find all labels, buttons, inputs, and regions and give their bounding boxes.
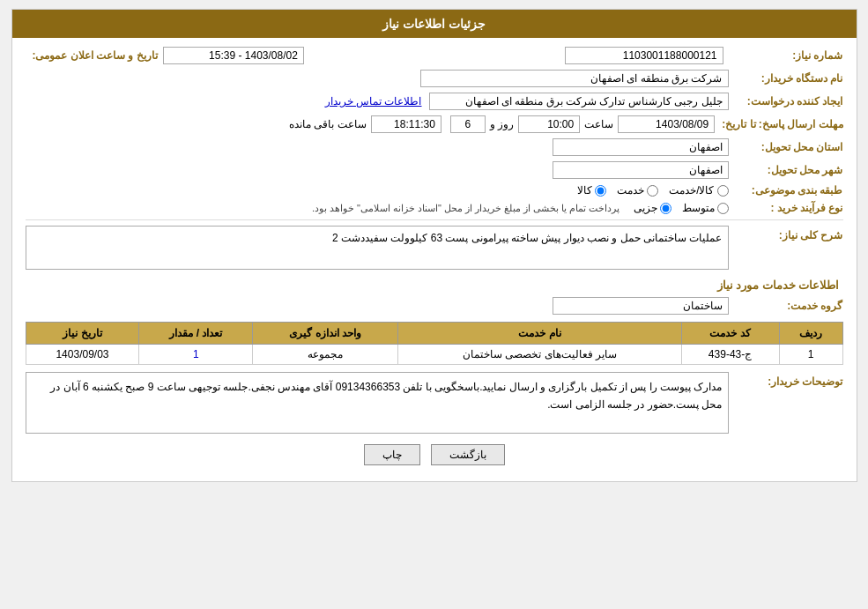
purchase-type-radio-medium[interactable] bbox=[717, 203, 729, 214]
col-header-date: تاریخ نیاز bbox=[26, 323, 139, 345]
remarks-value: مدارک پیوست را پس از تکمیل بارگزاری و ار… bbox=[26, 372, 729, 434]
deadline-time-value: 10:00 bbox=[518, 115, 580, 133]
col-header-service-code: کد خدمت bbox=[681, 323, 779, 345]
col-header-quantity: تعداد / مقدار bbox=[139, 323, 253, 345]
table-cell: 1 bbox=[139, 345, 253, 365]
table-cell: 1403/09/03 bbox=[26, 345, 139, 365]
days-label: روز و bbox=[490, 118, 514, 130]
category-radio-group: کالا/خدمت خدمت کالا bbox=[577, 184, 728, 197]
need-number-label: شماره نیاز: bbox=[729, 49, 843, 62]
category-label: طبقه بندی موضوعی: bbox=[729, 184, 843, 197]
date-value: 1403/08/02 - 15:39 bbox=[163, 47, 304, 64]
service-table: ردیف کد خدمت نام خدمت واحد اندازه گیری ت… bbox=[26, 322, 843, 365]
print-button[interactable]: چاپ bbox=[364, 444, 420, 465]
col-header-service-name: نام خدمت bbox=[398, 323, 681, 345]
service-group-label: گروه خدمت: bbox=[729, 300, 843, 312]
purchase-type-label: نوع فرآیند خرید : bbox=[729, 202, 843, 214]
table-cell: 1 bbox=[779, 345, 842, 365]
remarks-label: توضیحات خریدار: bbox=[729, 372, 843, 388]
buyer-contact-link[interactable]: اطلاعات تماس خریدار bbox=[325, 95, 422, 108]
need-description-value: عملیات ساختمانی حمل و نصب دیوار پیش ساخت… bbox=[26, 226, 729, 270]
need-description-label: شرح کلی نیاز: bbox=[729, 226, 843, 241]
col-header-rownum: ردیف bbox=[779, 323, 842, 345]
response-deadline-label: مهلت ارسال پاسخ: تا تاریخ: bbox=[715, 118, 842, 130]
category-service-label: خدمت bbox=[617, 184, 644, 197]
purchase-type-partial-label: جزیی bbox=[634, 202, 657, 214]
deadline-time-label: ساعت bbox=[584, 118, 613, 130]
service-group-value: ساختمان bbox=[553, 297, 729, 315]
delivery-province-value: اصفهان bbox=[553, 138, 729, 156]
deadline-date-value: 1403/08/09 bbox=[618, 115, 715, 133]
table-cell: مجموعه bbox=[253, 345, 398, 365]
page-title: جزئیات اطلاعات نیاز bbox=[12, 10, 857, 38]
col-header-unit: واحد اندازه گیری bbox=[253, 323, 398, 345]
remaining-label: ساعت باقی مانده bbox=[289, 118, 367, 130]
purchase-type-option-medium[interactable]: متوسط bbox=[682, 202, 729, 214]
category-option-service[interactable]: خدمت bbox=[617, 184, 658, 197]
category-service-goods-label: کالا/خدمت bbox=[669, 184, 714, 197]
purchase-type-medium-label: متوسط bbox=[682, 202, 715, 214]
need-number-value: 1103001188000121 bbox=[565, 47, 723, 64]
delivery-city-label: شهر محل تحویل: bbox=[729, 164, 843, 176]
days-value: 6 bbox=[450, 115, 486, 133]
purchase-type-radio-partial[interactable] bbox=[660, 203, 671, 214]
purchase-type-radio-group: متوسط جزیی bbox=[634, 202, 729, 214]
delivery-city-value: اصفهان bbox=[553, 161, 729, 179]
table-cell: ج-43-439 bbox=[681, 345, 779, 365]
creator-value: جلیل رجبی کارشناس تدارک شرکت برق منطقه ا… bbox=[429, 93, 729, 110]
buyer-org-value: شرکت برق منطقه ای اصفهان bbox=[420, 70, 729, 87]
category-goods-label: کالا bbox=[577, 184, 592, 197]
table-row: 1ج-43-439سایر فعالیت‌های تخصصی ساختمانمج… bbox=[26, 345, 842, 365]
action-buttons: بازگشت چاپ bbox=[26, 444, 843, 465]
category-radio-goods[interactable] bbox=[595, 185, 606, 197]
purchase-type-note: پرداخت تمام یا بخشی از مبلغ خریدار از مح… bbox=[312, 203, 620, 214]
purchase-type-option-partial[interactable]: جزیی bbox=[634, 202, 671, 214]
category-radio-service[interactable] bbox=[647, 185, 658, 197]
category-radio-service-goods[interactable] bbox=[717, 185, 729, 197]
creator-label: ایجاد کننده درخواست: bbox=[729, 95, 843, 108]
back-button[interactable]: بازگشت bbox=[431, 444, 505, 465]
remaining-time: 18:11:30 bbox=[371, 115, 441, 133]
date-label: تاریخ و ساعت اعلان عمومی: bbox=[26, 49, 158, 62]
delivery-province-label: استان محل تحویل: bbox=[729, 141, 843, 153]
buyer-org-label: نام دستگاه خریدار: bbox=[729, 72, 843, 85]
service-info-title: اطلاعات خدمات مورد نیاز bbox=[26, 279, 843, 292]
category-option-goods[interactable]: کالا bbox=[577, 184, 606, 197]
table-cell: سایر فعالیت‌های تخصصی ساختمان bbox=[398, 345, 681, 365]
category-option-service-goods[interactable]: کالا/خدمت bbox=[669, 184, 728, 197]
